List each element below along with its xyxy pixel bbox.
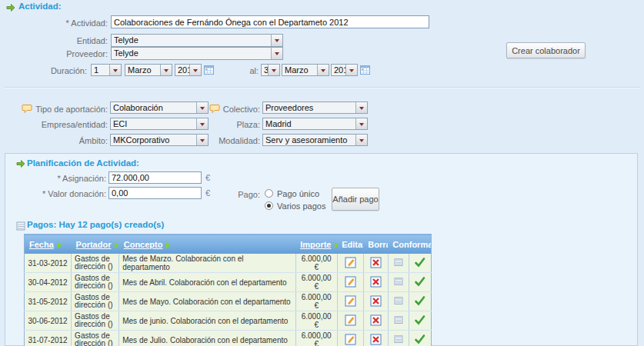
confirmed-check-icon [414, 334, 425, 344]
to-day-value: 3 [262, 65, 268, 75]
payment-concepto: Mes de Julio. Colaboración con el depart… [119, 331, 295, 346]
calendar-icon[interactable] [360, 65, 370, 75]
proveedor-value: Telyde [112, 48, 271, 59]
payment-importe: 6.000,00 € [295, 311, 337, 331]
dropdown-arrow-icon [271, 35, 282, 46]
entidad-select[interactable]: Telyde [111, 34, 283, 47]
plaza-value: Madrid [263, 118, 355, 129]
plaza-label: Plaza: [154, 120, 260, 129]
column-header-fecha: Fecha [25, 235, 72, 255]
asignacion-input[interactable] [108, 171, 202, 184]
colectivo-label-text: Colectivo: [223, 105, 260, 114]
payment-concepto: Mes de Abril. Colaboración con el depart… [119, 273, 295, 292]
dropdown-arrow-icon [355, 135, 367, 145]
payment-importe: 6.000,00 € [295, 254, 337, 273]
payment-concepto: Mes de Marzo. Colaboración con el depart… [119, 254, 295, 273]
planificacion-panel: Planificación de Actividad: * Asignación… [5, 153, 638, 346]
help-bubble-icon[interactable] [22, 104, 32, 114]
anadir-pago-button[interactable]: Añadir pago [332, 188, 379, 211]
confirmed-check-icon [414, 276, 425, 287]
confirmed-check-icon [414, 257, 425, 268]
ambito-label: Ámbito: [0, 136, 108, 145]
sort-arrow-icon [115, 242, 118, 248]
asignacion-currency: € [205, 173, 210, 182]
payment-importe: 6.000,00 € [295, 273, 337, 292]
from-day-value: 1 [92, 65, 109, 75]
edit-icon[interactable] [345, 295, 356, 307]
delete-icon[interactable] [370, 276, 382, 288]
column-header-borrar: Borrar [363, 235, 388, 255]
delete-icon[interactable] [370, 257, 382, 268]
duracion-to-year-select[interactable]: 2013 [331, 64, 358, 76]
delete-icon[interactable] [370, 314, 382, 326]
varios-pagos-radio[interactable] [265, 201, 273, 210]
help-bubble-icon[interactable] [209, 104, 220, 114]
payment-portador: Gastos de dirección () [72, 311, 119, 331]
dropdown-arrow-icon [317, 65, 329, 75]
colectivo-label: Colectivo: [154, 104, 260, 114]
duracion-label: Duración: [15, 66, 87, 75]
delete-icon[interactable] [370, 295, 382, 307]
conform-pending-icon[interactable] [393, 334, 404, 344]
calendar-icon[interactable] [204, 65, 214, 75]
duracion-from-month-select[interactable]: Marzo [125, 64, 172, 76]
payments-table-header: Fecha Portador Concepto Importe Editar B… [25, 235, 432, 255]
dropdown-arrow-icon [271, 48, 282, 59]
actividad-label: * Actividad: [15, 18, 108, 28]
payment-fecha: 30-06-2012 [25, 311, 72, 331]
colectivo-value: Proveedores [263, 102, 355, 113]
payment-fecha: 31-03-2012 [25, 254, 72, 273]
varios-pagos-label: Varios pagos [277, 201, 325, 211]
payment-portador: Gastos de dirección () [72, 292, 119, 311]
payment-concepto: Mes de junio. Colaboración con el depart… [119, 311, 295, 331]
crear-colaborador-button[interactable]: Crear colaborador [506, 42, 586, 58]
entidad-label: Entidad: [15, 36, 108, 45]
conform-pending-icon[interactable] [393, 295, 404, 306]
column-header-editar: Editar [337, 235, 363, 255]
activity-form-page: Actividad: * Actividad: Entidad: Telyde … [0, 0, 644, 346]
payment-portador: Gastos de dirección () [72, 254, 119, 273]
plaza-select[interactable]: Madrid [262, 118, 368, 130]
section-title-planificacion: Planificación de Actividad: [27, 158, 139, 168]
confirmed-check-icon [414, 314, 425, 325]
conform-pending-icon[interactable] [393, 257, 404, 268]
modalidad-select[interactable]: Serv y asesoramiento [262, 134, 368, 146]
edit-icon[interactable] [345, 334, 356, 345]
duracion-from-year-select[interactable]: 2012 [175, 64, 202, 76]
table-row: 31-05-2012 Gastos de dirección () Mes de… [25, 292, 432, 311]
list-icon [16, 221, 25, 231]
conform-pending-icon[interactable] [393, 276, 404, 287]
section-divider [5, 87, 639, 88]
duracion-from-day-select[interactable]: 1 [91, 64, 122, 76]
payment-concepto: Mes de Mayo. Colaboración con el departa… [119, 292, 295, 311]
column-header-conformar: Conformar [388, 235, 431, 255]
table-row: 31-07-2012 Gastos de dirección () Mes de… [25, 331, 432, 346]
valor-donacion-input[interactable] [108, 187, 202, 199]
sort-arrow-icon [335, 242, 337, 248]
duracion-to-day-select[interactable]: 3 [261, 64, 280, 76]
modalidad-label: Modalidad: [154, 136, 260, 145]
sort-arrow-icon [166, 242, 174, 248]
pago-label: Pago: [214, 190, 260, 199]
delete-icon[interactable] [370, 334, 382, 345]
payments-table-body: 31-03-2012 Gastos de dirección () Mes de… [25, 254, 432, 346]
conform-pending-icon[interactable] [393, 314, 404, 325]
valor-donacion-currency: € [205, 188, 210, 198]
confirmed-check-icon [414, 295, 425, 306]
payment-fecha: 30-04-2012 [25, 273, 72, 292]
edit-icon[interactable] [345, 314, 356, 326]
asignacion-label: * Asignación: [5, 174, 106, 183]
table-row: 30-06-2012 Gastos de dirección () Mes de… [25, 311, 432, 331]
entidad-value: Telyde [112, 35, 271, 46]
colectivo-select[interactable]: Proveedores [262, 101, 368, 114]
actividad-input[interactable] [111, 15, 429, 28]
section-title-actividad: Actividad: [18, 2, 62, 11]
edit-icon[interactable] [345, 257, 356, 268]
duracion-to-month-select[interactable]: Marzo [282, 64, 329, 76]
table-row: 30-04-2012 Gastos de dirección () Mes de… [25, 273, 432, 292]
section-arrow-icon [16, 159, 25, 168]
pago-unico-radio[interactable] [265, 189, 273, 198]
proveedor-select[interactable]: Telyde [111, 47, 283, 60]
empresa-entidad-label: Empresa/entidad: [0, 120, 108, 129]
edit-icon[interactable] [345, 276, 356, 288]
